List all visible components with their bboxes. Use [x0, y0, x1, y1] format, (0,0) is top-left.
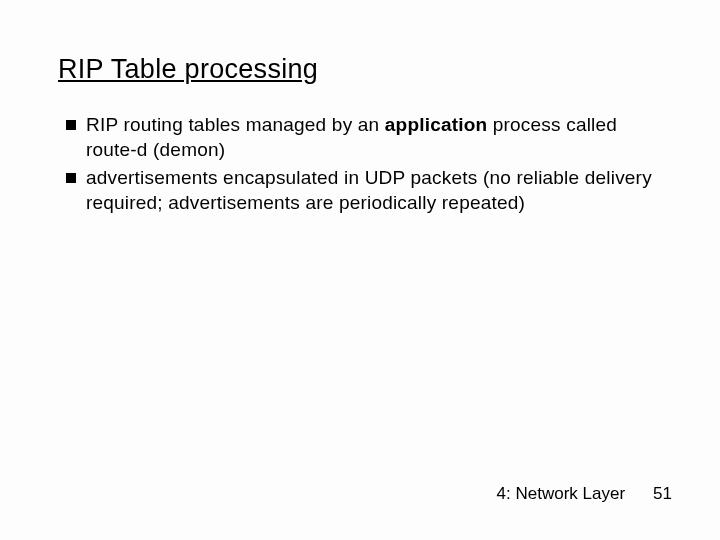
bullet-list: RIP routing tables managed by an applica… [58, 113, 662, 216]
slide-footer: 4: Network Layer 51 [497, 484, 672, 504]
slide-title: RIP Table processing [58, 54, 662, 85]
bullet-pre: RIP routing tables managed by an [86, 114, 385, 135]
list-item: advertisements encapsulated in UDP packe… [66, 166, 662, 215]
bullet-text: advertisements encapsulated in UDP packe… [86, 166, 662, 215]
page-number: 51 [653, 484, 672, 504]
footer-label: 4: Network Layer [497, 484, 626, 504]
square-bullet-icon [66, 173, 76, 183]
bullet-pre: advertisements encapsulated in UDP packe… [86, 167, 652, 213]
bullet-bold: application [385, 114, 488, 135]
bullet-text: RIP routing tables managed by an applica… [86, 113, 662, 162]
list-item: RIP routing tables managed by an applica… [66, 113, 662, 162]
square-bullet-icon [66, 120, 76, 130]
